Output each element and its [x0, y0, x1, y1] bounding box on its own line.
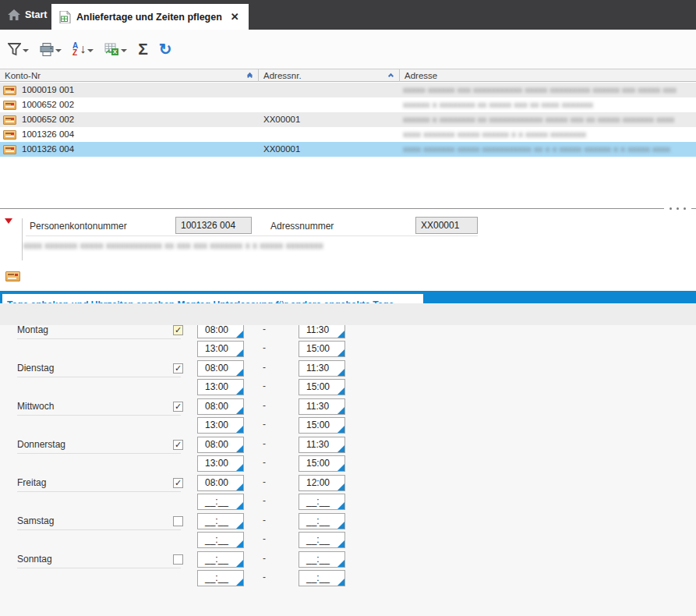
time-field[interactable]: 15:00 — [299, 455, 345, 472]
time-picker-triangle-icon[interactable] — [337, 502, 344, 509]
time-field[interactable]: __:__ — [299, 513, 345, 529]
time-field[interactable]: 11:30 — [299, 360, 345, 377]
day-checkbox[interactable]: ✓ — [173, 478, 183, 488]
time-picker-triangle-icon[interactable] — [337, 426, 344, 433]
time-field[interactable]: 15:00 — [299, 341, 345, 357]
time-range-separator: - — [260, 533, 269, 544]
export-excel-button[interactable]: X — [104, 43, 127, 56]
column-label: Adresse — [405, 71, 437, 80]
time-picker-triangle-icon[interactable] — [236, 331, 243, 338]
time-picker-triangle-icon[interactable] — [236, 560, 243, 567]
day-checkbox[interactable]: ✓ — [173, 402, 183, 412]
time-picker-triangle-icon[interactable] — [236, 445, 243, 452]
time-field[interactable]: 12:00 — [299, 475, 345, 491]
time-range-separator: - — [260, 572, 269, 582]
time-picker-triangle-icon[interactable] — [236, 426, 243, 433]
sort-dropdown-caret[interactable] — [87, 49, 94, 52]
export-dropdown-caret[interactable] — [121, 49, 127, 52]
time-field[interactable]: 08:00 — [197, 398, 244, 415]
konto-nr-cell: 1000652 002 — [0, 97, 259, 112]
time-field[interactable]: __:__ — [197, 532, 244, 548]
personenkontonummer-field[interactable]: 1001326 004 — [175, 217, 252, 234]
day-group-samstag: Samstag__:__-__:____:__-__:__ — [0, 513, 696, 551]
time-picker-triangle-icon[interactable] — [337, 388, 344, 395]
time-field[interactable]: __:__ — [197, 494, 244, 510]
table-row[interactable]: 1001326 004XX00001xxxx xxxxxxx xxxxx xxx… — [0, 142, 696, 157]
time-field[interactable]: __:__ — [299, 494, 345, 510]
time-picker-triangle-icon[interactable] — [337, 369, 344, 376]
svg-text:X: X — [113, 48, 118, 55]
time-picker-triangle-icon[interactable] — [236, 540, 243, 547]
home-icon — [8, 9, 20, 20]
time-range-separator: - — [260, 324, 269, 335]
time-range-separator: - — [260, 362, 269, 373]
table-row[interactable]: 1000652 002XX00001xxxxxx x xxxxxxxx xx x… — [0, 112, 696, 127]
time-picker-triangle-icon[interactable] — [337, 579, 344, 586]
time-picker-triangle-icon[interactable] — [236, 369, 243, 376]
time-picker-triangle-icon[interactable] — [236, 579, 243, 586]
day-checkbox[interactable]: ✓ — [173, 363, 183, 373]
time-field[interactable]: __:__ — [197, 570, 244, 586]
tab-anliefertage[interactable]: Anliefertage und Zeiten pflegen ✕ — [51, 4, 249, 30]
day-checkbox[interactable]: ✓ — [173, 440, 183, 450]
time-field[interactable]: __:__ — [299, 551, 345, 568]
time-field[interactable]: 11:30 — [299, 437, 345, 453]
contact-card-icon[interactable] — [5, 271, 20, 281]
time-field[interactable]: __:__ — [299, 532, 345, 548]
time-picker-triangle-icon[interactable] — [337, 522, 344, 529]
table-row[interactable]: 1000019 001xxxxx xxxxxx xxx xxxxxxxxxxx … — [0, 83, 696, 97]
column-header-adresse[interactable]: Adresse — [400, 69, 696, 82]
adressnummer-field[interactable]: XX00001 — [415, 217, 478, 234]
time-picker-triangle-icon[interactable] — [337, 407, 344, 414]
sort-button[interactable]: A Z ↓ — [72, 42, 94, 56]
table-row[interactable]: 1001326 004xxxx xxxxxxx xxxxx xxxxxx x x… — [0, 127, 696, 142]
time-field[interactable]: 08:00 — [197, 437, 244, 453]
time-picker-triangle-icon[interactable] — [337, 464, 344, 471]
printer-icon — [40, 43, 54, 56]
print-button[interactable] — [40, 43, 62, 56]
time-field[interactable]: 08:00 — [197, 475, 244, 491]
time-field[interactable]: 08:00 — [197, 360, 244, 377]
day-checkbox[interactable]: ✓ — [173, 325, 183, 335]
time-picker-triangle-icon[interactable] — [236, 388, 243, 395]
time-picker-triangle-icon[interactable] — [236, 483, 243, 490]
sum-button[interactable]: Σ — [138, 41, 148, 58]
filter-button[interactable] — [8, 43, 29, 56]
splitter-handle-icon[interactable] — [664, 207, 691, 210]
filter-dropdown-caret[interactable] — [23, 49, 29, 52]
day-label: Mittwoch — [17, 401, 181, 416]
personenkontonummer-label: Personenkontonummer — [30, 221, 127, 232]
time-field[interactable]: __:__ — [299, 570, 345, 586]
tab-start[interactable]: Start — [0, 0, 56, 30]
time-picker-triangle-icon[interactable] — [236, 407, 243, 414]
time-range-separator: - — [260, 419, 269, 430]
time-picker-triangle-icon[interactable] — [337, 349, 344, 356]
column-header-adressnr[interactable]: Adressnr. — [259, 69, 400, 82]
tab-close-icon[interactable]: ✕ — [231, 11, 239, 23]
time-picker-triangle-icon[interactable] — [337, 445, 344, 452]
time-picker-triangle-icon[interactable] — [337, 540, 344, 547]
time-picker-triangle-icon[interactable] — [236, 464, 243, 471]
time-field[interactable]: __:__ — [197, 551, 244, 568]
time-picker-triangle-icon[interactable] — [337, 483, 344, 490]
table-row[interactable]: 1000652 002xxxxxx x xxxxxxxx xx xxxxx xx… — [0, 97, 696, 112]
refresh-button[interactable]: ↻ — [159, 41, 172, 58]
time-field[interactable]: 11:30 — [299, 398, 345, 415]
day-checkbox[interactable] — [173, 554, 183, 565]
time-field[interactable]: 13:00 — [197, 341, 244, 357]
time-field[interactable]: 15:00 — [299, 379, 345, 395]
time-field[interactable]: 13:00 — [197, 379, 244, 395]
time-picker-triangle-icon[interactable] — [236, 522, 243, 529]
time-field[interactable]: __:__ — [197, 513, 244, 529]
print-dropdown-caret[interactable] — [55, 49, 62, 52]
time-field[interactable]: 13:00 — [197, 417, 244, 434]
time-picker-triangle-icon[interactable] — [236, 349, 243, 356]
time-picker-triangle-icon[interactable] — [337, 331, 344, 338]
column-header-konto-nr[interactable]: Konto-Nr — [0, 69, 259, 82]
time-field[interactable]: 15:00 — [299, 417, 345, 434]
day-checkbox[interactable] — [173, 516, 183, 526]
time-field[interactable]: 13:00 — [197, 455, 244, 472]
time-picker-triangle-icon[interactable] — [236, 502, 243, 509]
time-range-separator: - — [260, 438, 269, 449]
time-picker-triangle-icon[interactable] — [337, 560, 344, 567]
